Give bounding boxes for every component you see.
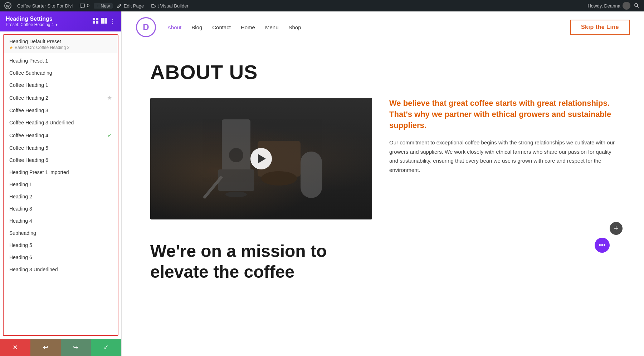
- howdy-text: Howdy, Deanna: [587, 2, 630, 10]
- wp-admin-bar: W Coffee Starter Site For Divi 0 + New E…: [0, 0, 644, 11]
- site-navigation: About Blog Contact Home Menu Shop: [167, 24, 570, 30]
- svg-rect-11: [218, 169, 254, 191]
- add-section-button[interactable]: +: [610, 222, 623, 235]
- search-icon[interactable]: [632, 3, 641, 9]
- list-item[interactable]: Heading 3: [4, 203, 118, 215]
- cancel-button[interactable]: ✕: [0, 339, 30, 356]
- sidebar-bottom-toolbar: ✕ ↩ ↪ ✓: [0, 339, 121, 356]
- preset-list: Heading Default Preset ★ Based On: Coffe…: [3, 34, 118, 336]
- star-icon: ★: [9, 45, 13, 50]
- list-item[interactable]: Heading 4: [4, 215, 118, 227]
- edit-page-link[interactable]: Edit Page: [114, 3, 147, 9]
- svg-line-3: [637, 6, 639, 8]
- body-text: Our commitment to exceptional coffee beg…: [389, 138, 615, 174]
- play-button[interactable]: [250, 148, 272, 169]
- page-content: ABOUT US: [122, 43, 644, 299]
- preset-label[interactable]: Preset: Coffee Heading 4 ▾: [6, 22, 58, 27]
- default-preset-title: Heading Default Preset: [9, 39, 112, 44]
- mission-section: We're on a mission to elevate the coffee: [150, 241, 615, 282]
- svg-rect-15: [301, 152, 322, 198]
- nav-menu[interactable]: Menu: [265, 24, 279, 30]
- svg-point-16: [229, 148, 243, 162]
- list-item[interactable]: Heading 1: [4, 178, 118, 191]
- list-item[interactable]: Coffee Heading 6: [4, 154, 118, 166]
- site-logo: D: [136, 17, 156, 37]
- columns-icon[interactable]: [101, 18, 107, 25]
- default-preset-group: Heading Default Preset ★ Based On: Coffe…: [4, 35, 118, 53]
- list-item[interactable]: Heading Preset 1: [4, 55, 118, 67]
- list-item[interactable]: Coffee Heading 3: [4, 104, 118, 117]
- sidebar-header: Heading Settings Preset: Coffee Heading …: [0, 11, 121, 31]
- play-icon: [258, 154, 266, 163]
- wp-logo-icon[interactable]: W: [3, 1, 13, 11]
- list-item[interactable]: Coffee Heading 1: [4, 79, 118, 91]
- chevron-down-icon: ▾: [55, 22, 58, 27]
- list-item[interactable]: Subheading: [4, 227, 118, 239]
- svg-rect-4: [93, 18, 95, 20]
- exit-builder-link[interactable]: Exit Visual Builder: [148, 3, 191, 9]
- svg-point-14: [261, 171, 297, 186]
- list-item[interactable]: Coffee Heading 5: [4, 142, 118, 154]
- section-options-button[interactable]: •••: [595, 238, 610, 253]
- video-block: [150, 98, 372, 219]
- svg-rect-8: [101, 18, 104, 24]
- redo-button[interactable]: ↪: [61, 339, 91, 356]
- default-preset-subtitle: ★ Based On: Coffee Heading 2: [9, 45, 112, 50]
- site-header: D About Blog Contact Home Menu Shop Skip…: [122, 11, 644, 43]
- heading-settings-panel: Heading Settings Preset: Coffee Heading …: [0, 11, 122, 356]
- orange-quote-text: We believe that great coffee starts with…: [389, 98, 615, 131]
- list-item[interactable]: Coffee Heading 3 Underlined: [4, 117, 118, 129]
- check-icon: ✓: [107, 132, 112, 139]
- preset-items-section: Heading Preset 1 Coffee Subheading Coffe…: [4, 53, 118, 277]
- text-block: We believe that great coffee starts with…: [389, 98, 615, 219]
- list-item[interactable]: Heading 5: [4, 239, 118, 251]
- nav-contact[interactable]: Contact: [212, 24, 231, 30]
- list-item[interactable]: Heading Preset 1 imported: [4, 166, 118, 178]
- svg-text:W: W: [6, 4, 10, 8]
- site-name[interactable]: Coffee Starter Site For Divi: [14, 3, 75, 9]
- list-item[interactable]: Coffee Subheading: [4, 67, 118, 79]
- list-item[interactable]: Coffee Heading 2 ★: [4, 91, 118, 104]
- skip-the-line-button[interactable]: Skip the Line: [570, 20, 630, 35]
- panel-title: Heading Settings: [6, 16, 58, 22]
- list-item[interactable]: Heading 6: [4, 251, 118, 263]
- user-avatar: [623, 2, 630, 10]
- nav-about[interactable]: About: [167, 24, 181, 30]
- nav-shop[interactable]: Shop: [288, 24, 301, 30]
- svg-rect-6: [93, 21, 95, 24]
- svg-rect-7: [96, 21, 98, 24]
- nav-blog[interactable]: Blog: [191, 24, 202, 30]
- page-heading: ABOUT US: [150, 60, 615, 84]
- svg-rect-5: [96, 18, 98, 20]
- list-item[interactable]: Heading 2: [4, 191, 118, 203]
- star-icon: ★: [107, 94, 112, 101]
- save-button[interactable]: ✓: [91, 339, 121, 356]
- content-area: D About Blog Contact Home Menu Shop Skip…: [122, 11, 644, 356]
- svg-point-12: [225, 192, 247, 197]
- mission-heading: We're on a mission to elevate the coffee: [150, 241, 365, 282]
- svg-point-2: [635, 4, 638, 6]
- list-item[interactable]: Coffee Heading 4 ✓: [4, 129, 118, 142]
- undo-button[interactable]: ↩: [30, 339, 61, 356]
- list-item[interactable]: Heading 3 Underlined: [4, 263, 118, 276]
- two-column-section: We believe that great coffee starts with…: [150, 98, 615, 219]
- nav-home[interactable]: Home: [241, 24, 255, 30]
- new-button[interactable]: + New: [94, 3, 113, 9]
- svg-rect-9: [104, 18, 107, 24]
- more-options-icon[interactable]: ⋮: [110, 18, 116, 25]
- grid-icon[interactable]: [93, 18, 98, 25]
- comment-count[interactable]: 0: [77, 3, 92, 9]
